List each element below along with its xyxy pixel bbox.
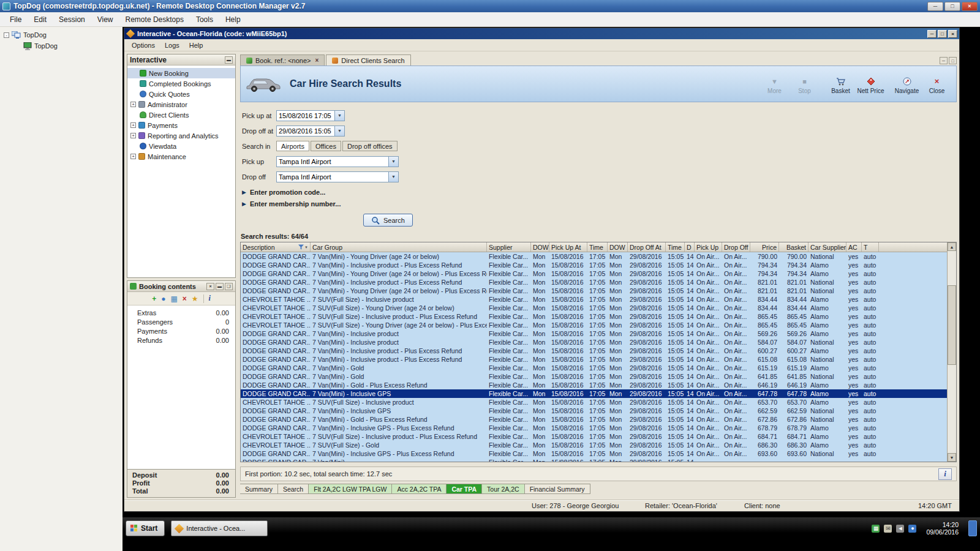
col-supplier[interactable]: Supplier [487, 242, 531, 252]
outer-minimize-button[interactable]: ─ [927, 2, 943, 11]
app-menu-item[interactable]: Help [184, 40, 208, 50]
navigate-button[interactable]: Navigate [892, 74, 921, 94]
result-row[interactable]: DODGE GRAND CAR... 7 Van(Mini) - Flexibl… [241, 458, 956, 462]
result-row[interactable]: DODGE GRAND CAR... 7 Van(Mini) - Inclusi… [241, 261, 956, 269]
outer-menu-item[interactable]: File [4, 13, 28, 26]
taskbar-task-interactive[interactable]: Interactive - Ocea... [171, 520, 268, 536]
bottom-tab[interactable]: Car TPA [447, 484, 482, 494]
info-icon[interactable]: i [209, 294, 211, 303]
search-in-dropoff-offices[interactable]: Drop off offices [342, 141, 398, 151]
close-results-button[interactable]: × Close [922, 74, 951, 94]
col-basket[interactable]: Basket [779, 242, 809, 252]
col-dropoff-at[interactable]: Drop Off At [628, 242, 666, 252]
dropoff-at-dropdown-icon[interactable]: ▼ [335, 126, 345, 137]
result-row[interactable]: DODGE GRAND CAR... 7 Van(Mini) - Inclusi… [241, 424, 956, 432]
result-row[interactable]: DODGE GRAND CAR... 7 Van(Mini) - Gold Fl… [241, 372, 956, 381]
col-t[interactable]: T [862, 242, 879, 252]
delete-item-icon[interactable]: × [183, 295, 187, 302]
bottom-tab[interactable]: Acc 2A,2C TPA [392, 484, 447, 494]
outer-menu-item[interactable]: Tools [190, 13, 219, 26]
expand-plus-icon[interactable]: + [130, 122, 136, 128]
col-days[interactable]: D [685, 242, 695, 252]
result-row[interactable]: CHEVROLET TAHOE ... 7 SUV(Full Size) - I… [241, 312, 956, 321]
col-ac[interactable]: AC [846, 242, 862, 252]
col-pickup-loc[interactable]: Pick Up [695, 242, 722, 252]
app-maximize-button[interactable]: □ [938, 30, 947, 38]
sidebar-item-completed-bookings[interactable]: Completed Bookings [127, 78, 235, 89]
result-row[interactable]: DODGE GRAND CAR... 7 Van(Mini) - Young D… [241, 269, 956, 278]
sidebar-item-administrator[interactable]: + Administrator [127, 99, 235, 110]
tray-mail-icon[interactable]: ✉ [884, 525, 892, 533]
result-row[interactable]: DODGE GRAND CAR... 7 Van(Mini) - Young D… [241, 287, 956, 295]
result-row[interactable]: DODGE GRAND CAR... 7 Van(Mini) - Inclusi… [241, 449, 956, 458]
result-row[interactable]: DODGE GRAND CAR... 7 Van(Mini) - Inclusi… [241, 329, 956, 338]
tab-booking-ref[interactable]: Book. ref.: <none> × [240, 54, 325, 66]
booking-contents-row[interactable]: Refunds 0.00 [127, 337, 235, 346]
col-pickup-at[interactable]: Pick Up At [549, 242, 587, 252]
outer-maximize-button[interactable]: □ [944, 2, 960, 11]
expand-plus-icon[interactable]: + [130, 102, 136, 107]
result-row[interactable]: CHEVROLET TAHOE ... 7 SUV(Full Size) - I… [241, 432, 956, 441]
tree-node-topdog-child[interactable]: TopDog [0, 40, 123, 51]
expand-plus-icon[interactable]: + [130, 154, 136, 159]
outer-menu-item[interactable]: Remote Desktops [119, 13, 190, 26]
bottom-tab[interactable]: Search [278, 484, 309, 494]
tab-direct-clients-search[interactable]: Direct Clients Search [326, 54, 410, 66]
panel-float-button[interactable]: ❏ [225, 283, 233, 290]
outer-menu-item[interactable]: Session [53, 13, 91, 26]
search-in-airports[interactable]: Airports [276, 141, 309, 151]
result-row[interactable]: DODGE GRAND CAR... 7 Van(Mini) - Inclusi… [241, 355, 956, 364]
result-row[interactable]: DODGE GRAND CAR... 7 Van(Mini) - Inclusi… [241, 347, 956, 355]
pickup-combo[interactable] [276, 156, 389, 167]
result-row[interactable]: CHEVROLET TAHOE ... 7 SUV(Full Size) - I… [241, 295, 956, 304]
results-scrollbar[interactable]: ▲ ▼ [947, 242, 956, 462]
panel-collapse-button[interactable]: ▬ [225, 56, 233, 64]
result-row[interactable]: CHEVROLET TAHOE ... 7 SUV(Full Size) - Y… [241, 321, 956, 329]
start-button[interactable]: Start [126, 520, 165, 536]
col-price[interactable]: Price [750, 242, 779, 252]
search-button[interactable]: Search [363, 214, 413, 227]
result-row[interactable]: DODGE GRAND CAR... 7 Van(Mini) - Inclusi… [241, 338, 956, 347]
result-row[interactable]: DODGE GRAND CAR... 7 Van(Mini) - Young D… [241, 252, 956, 261]
col-description[interactable]: Description ▼ [241, 242, 311, 252]
sidebar-item-new-booking[interactable]: New Booking [127, 68, 235, 78]
tray-volume-icon[interactable]: ◄ [896, 525, 904, 533]
col-car-group[interactable]: Car Group [311, 242, 487, 252]
result-row[interactable]: CHEVROLET TAHOE ... 7 SUV(Full Size) - Y… [241, 304, 956, 312]
col-dropoff-loc[interactable]: Drop Off [722, 242, 750, 252]
membership-number-expander[interactable]: ▶ Enter membership number... [242, 198, 957, 209]
sidebar-item-viewdata[interactable]: Viewdata [127, 141, 235, 151]
bottom-tab[interactable]: Financial Summary [525, 484, 590, 494]
bottom-tab[interactable]: Summary [240, 484, 278, 494]
outer-close-button[interactable]: × [962, 2, 978, 11]
scroll-up-icon[interactable]: ▲ [948, 242, 956, 251]
result-row[interactable]: DODGE GRAND CAR... 7 Van(Mini) - Inclusi… [241, 389, 956, 398]
pickup-combo-arrow-icon[interactable]: ▼ [389, 156, 399, 167]
pickup-at-dropdown-icon[interactable]: ▼ [335, 110, 345, 121]
app-menu-item[interactable]: Options [127, 40, 160, 50]
sidebar-item-maintenance[interactable]: + Maintenance [127, 151, 235, 162]
result-row[interactable]: DODGE GRAND CAR... 7 Van(Mini) - Inclusi… [241, 407, 956, 415]
add-item-icon[interactable]: + [152, 295, 156, 302]
booking-contents-row[interactable]: Extras 0.00 [127, 309, 235, 318]
scrollbar-thumb[interactable] [948, 285, 956, 365]
scroll-down-icon[interactable]: ▼ [948, 453, 956, 462]
booking-contents-row[interactable]: Payments 0.00 [127, 328, 235, 337]
result-row[interactable]: CHEVROLET TAHOE ... 7 SUV(Full Size) - G… [241, 441, 956, 449]
col-car-supplier[interactable]: Car Supplier [809, 242, 846, 252]
special-offer-icon[interactable]: ★ [192, 295, 198, 302]
booking-contents-row[interactable]: Passengers 0 [127, 318, 235, 328]
nett-price-button[interactable]: Nett Price [856, 74, 885, 94]
outer-menu-item[interactable]: Edit [28, 13, 53, 26]
mdi-restore-button[interactable]: □ [949, 57, 957, 64]
result-row[interactable]: DODGE GRAND CAR... 7 Van(Mini) - Inclusi… [241, 278, 956, 287]
dropoff-at-input[interactable] [276, 126, 335, 137]
expand-plus-icon[interactable]: + [130, 133, 136, 138]
pickup-at-input[interactable] [276, 110, 335, 121]
dropoff-combo-arrow-icon[interactable]: ▼ [389, 171, 399, 182]
app-close-button[interactable]: × [948, 30, 957, 38]
search-in-offices[interactable]: Offices [311, 141, 341, 151]
result-row[interactable]: DODGE GRAND CAR... 7 Van(Mini) - Gold - … [241, 381, 956, 389]
tray-network-icon[interactable]: ▦ [872, 525, 880, 533]
sidebar-item-direct-clients[interactable]: Direct Clients [127, 110, 235, 120]
